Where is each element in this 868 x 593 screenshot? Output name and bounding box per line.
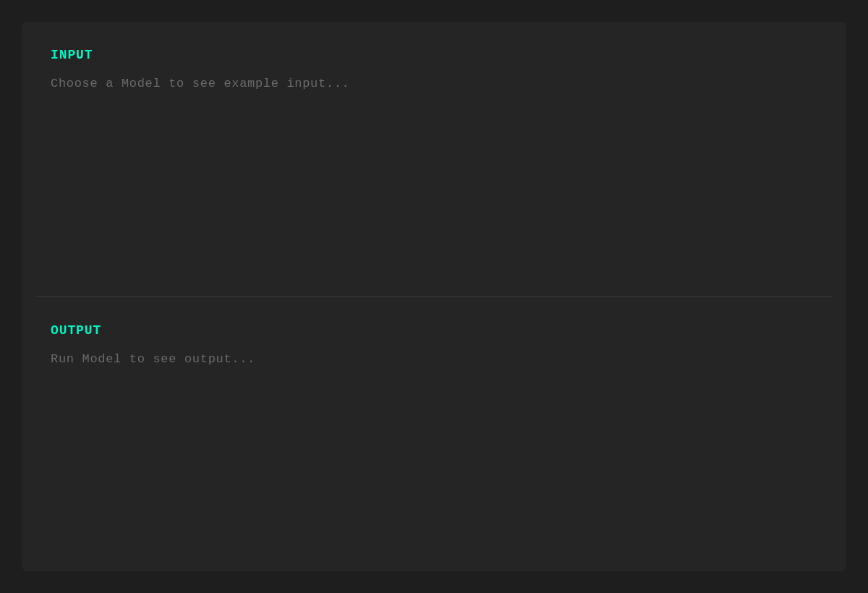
- output-section-title: OUTPUT: [51, 323, 817, 338]
- input-section: INPUT Choose a Model to see example inpu…: [22, 22, 846, 296]
- input-section-title: INPUT: [51, 48, 817, 62]
- main-container: INPUT Choose a Model to see example inpu…: [22, 22, 846, 571]
- output-section: OUTPUT Run Model to see output...: [22, 297, 846, 572]
- input-placeholder-text: Choose a Model to see example input...: [51, 77, 817, 90]
- output-placeholder-text: Run Model to see output...: [51, 352, 817, 366]
